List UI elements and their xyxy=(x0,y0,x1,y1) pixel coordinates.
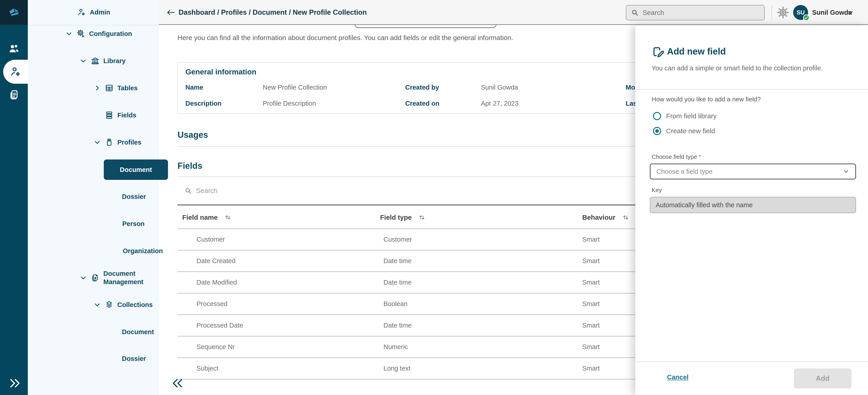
back-button[interactable] xyxy=(166,7,176,18)
sidebar-item-profile-person[interactable]: Person xyxy=(122,216,145,231)
sidebar-collapse-button[interactable] xyxy=(171,377,184,389)
usages-section-title: Usages xyxy=(178,130,208,140)
description-value: Profile Description xyxy=(263,100,316,107)
sidebar-item-collections[interactable]: Collections xyxy=(93,298,153,312)
radio-create-new-field[interactable]: Create new field xyxy=(653,127,715,135)
sidebar-item-configuration[interactable]: Configuration xyxy=(65,27,132,41)
radio-unselected-icon[interactable] xyxy=(653,112,661,120)
created-on-label: Created on xyxy=(405,100,439,107)
add-button[interactable]: Add xyxy=(794,368,851,389)
created-on-value: Apr 27, 2023 xyxy=(481,100,519,107)
column-header-field-type[interactable]: Field type xyxy=(380,214,412,221)
logo-icon xyxy=(7,6,21,19)
sidebar-item-document-management[interactable]: Document Management xyxy=(80,269,143,287)
collections-layers-icon xyxy=(104,300,114,310)
edit-field-icon xyxy=(651,45,665,59)
sidebar-item-fields[interactable]: Fields xyxy=(104,108,136,122)
sidebar-item-profile-dossier[interactable]: Dossier xyxy=(122,189,146,204)
key-label: Key xyxy=(652,187,662,194)
sidebar-item-collection-dossier[interactable]: Dossier xyxy=(122,351,146,366)
arrow-left-icon xyxy=(166,8,176,17)
radio-label: Create new field xyxy=(666,127,715,135)
sidebar-item-library[interactable]: Library xyxy=(80,54,125,68)
sidebar-nav: Admin Configuration xyxy=(28,0,159,395)
cell-field-type: Date time xyxy=(383,322,411,329)
profiles-icon xyxy=(104,137,114,147)
double-chevron-right-icon xyxy=(9,378,21,388)
sidebar-item-profile-organization[interactable]: Organization xyxy=(123,244,163,258)
user-menu-chevron-icon[interactable] xyxy=(846,9,854,16)
sidebar-item-tables[interactable]: Tables xyxy=(93,81,138,95)
drawer-subtitle: You can add a simple or smart field to t… xyxy=(652,64,823,72)
chevron-down-icon xyxy=(93,139,101,146)
radio-selected-icon[interactable] xyxy=(653,127,661,135)
icon-rail xyxy=(0,0,28,395)
page-description: Here you can find all the information ab… xyxy=(178,34,513,42)
sidebar-item-label: Fields xyxy=(117,112,136,119)
avatar-initials: SU xyxy=(797,9,805,16)
cell-behaviour: Smart xyxy=(582,236,600,243)
fields-search-input[interactable] xyxy=(196,187,400,194)
sidebar-item-label: Admin xyxy=(90,9,110,16)
column-header-field-name[interactable]: Field name xyxy=(182,214,218,221)
created-by-label: Created by xyxy=(405,84,439,91)
cell-field-name: Customer xyxy=(196,236,225,243)
name-value: New Profile Collection xyxy=(263,84,327,91)
chevron-down-icon xyxy=(93,301,101,309)
drawer-title: Add new field xyxy=(667,47,726,57)
check-icon xyxy=(804,16,808,19)
admin-rail-active-indicator[interactable] xyxy=(3,60,28,84)
add-field-drawer: Add new field You can add a simple or sm… xyxy=(636,26,868,395)
cell-field-type: Boolean xyxy=(383,300,407,308)
documents-rail-icon[interactable] xyxy=(0,89,28,101)
add-method-question: How would you like to add a new field? xyxy=(652,96,761,103)
field-type-select[interactable]: Choose a field type xyxy=(650,163,856,179)
column-header-behaviour[interactable]: Behaviour xyxy=(582,214,615,221)
sidebar-item-label: Collections xyxy=(117,301,153,309)
sort-icon[interactable] xyxy=(418,214,425,221)
cell-field-name: Subject xyxy=(196,365,218,372)
gear-icon xyxy=(777,6,789,19)
chevron-down-icon xyxy=(80,274,87,282)
search-icon xyxy=(184,187,192,194)
cancel-button[interactable]: Cancel xyxy=(667,373,688,381)
cell-behaviour: Smart xyxy=(582,365,600,372)
global-search[interactable] xyxy=(626,5,765,20)
sidebar-item-collection-document[interactable]: Document xyxy=(122,325,154,339)
sort-icon[interactable] xyxy=(622,214,629,221)
cell-field-name: Processed xyxy=(196,300,227,308)
chevron-down-icon xyxy=(843,168,849,175)
sidebar-item-profile-document-active[interactable]: Document xyxy=(104,159,168,180)
drawer-header-divider xyxy=(636,89,868,90)
key-input[interactable] xyxy=(650,197,856,213)
sidebar-item-admin[interactable]: Admin xyxy=(76,5,110,20)
cell-field-name: Sequence Nr xyxy=(196,343,235,351)
double-chevron-left-icon xyxy=(172,378,183,388)
online-status-badge xyxy=(803,14,809,21)
global-search-input[interactable] xyxy=(643,9,751,17)
sort-icon[interactable] xyxy=(224,214,231,221)
user-name[interactable]: Sunil Gowda xyxy=(812,0,852,25)
cell-field-type: Long text xyxy=(383,365,410,372)
app-logo[interactable] xyxy=(0,0,28,25)
chevron-down-icon xyxy=(65,30,73,37)
fields-section-title: Fields xyxy=(178,161,203,171)
sidebar-item-label: Dossier xyxy=(122,193,146,201)
rail-expand-button[interactable] xyxy=(8,377,21,389)
fields-icon xyxy=(104,110,114,120)
field-type-label: Choose field type * xyxy=(652,153,701,160)
radio-from-field-library[interactable]: From field library xyxy=(653,112,716,120)
workspace-group-icon[interactable] xyxy=(0,42,28,55)
sidebar-item-label: Person xyxy=(122,220,145,227)
cell-behaviour: Smart xyxy=(582,279,600,286)
chevron-down-icon xyxy=(80,57,87,65)
drawer-footer-divider xyxy=(636,362,868,362)
cell-field-name: Date Created xyxy=(196,257,236,265)
settings-gear-button[interactable] xyxy=(776,6,789,19)
name-label: Name xyxy=(185,84,203,91)
sidebar-item-profiles[interactable]: Profiles xyxy=(93,135,141,150)
description-label: Description xyxy=(185,100,222,107)
search-icon xyxy=(631,9,639,17)
required-asterisk: * xyxy=(699,153,701,160)
breadcrumb[interactable]: Dashboard / Profiles / Document / New Pr… xyxy=(179,0,367,25)
